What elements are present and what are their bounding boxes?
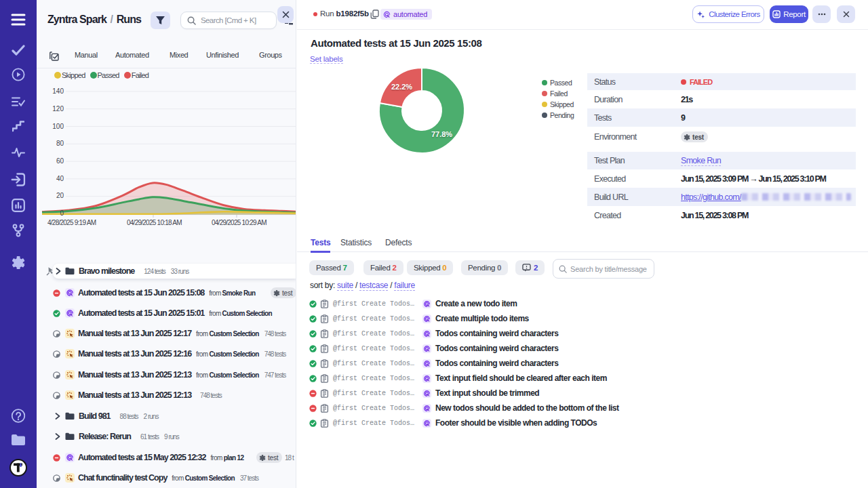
svg-text:77.8%: 77.8% [431, 130, 452, 138]
svg-text:22.2%: 22.2% [391, 83, 412, 91]
